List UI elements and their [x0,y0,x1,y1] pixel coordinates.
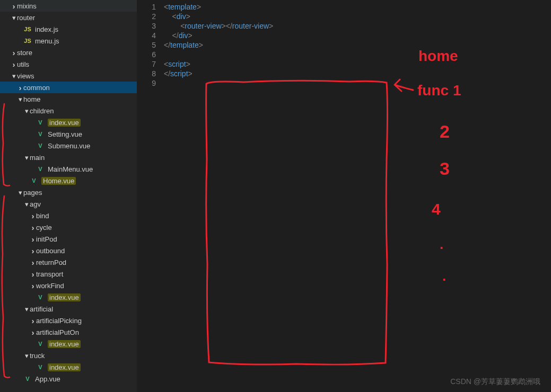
chevron-right-icon[interactable] [30,328,36,337]
tree-item-label: agv [30,200,41,208]
tree-item-index-vue[interactable]: Vindex.vue [0,338,137,350]
tree-item-label: artificial [30,305,53,313]
chevron-right-icon[interactable] [30,235,36,244]
tree-item-label: views [17,72,34,80]
tree-item-label: index.js [35,25,58,33]
vue-file-icon: V [23,375,32,383]
code-line-6[interactable] [164,50,551,59]
tree-item-app-vue[interactable]: VApp.vue [0,373,137,385]
chevron-right-icon[interactable] [30,258,36,267]
chevron-down-icon[interactable] [23,352,30,360]
tree-item-views[interactable]: views [0,70,137,82]
chevron-down-icon[interactable] [23,200,30,208]
line-number: 2 [137,12,156,21]
tree-item-label: returnPod [36,259,66,266]
tree-item-bind[interactable]: bind [0,210,137,221]
tree-item-index-vue[interactable]: Vindex.vue [0,361,137,373]
tree-item-label: Submenu.vue [48,142,90,150]
tree-item-pages[interactable]: pages [0,186,137,198]
chevron-right-icon[interactable] [30,246,36,255]
tree-item-label: workFind [36,282,64,290]
tree-item-mainmenu-vue[interactable]: VMainMenu.vue [0,163,137,175]
tree-item-submenu-vue[interactable]: VSubmenu.vue [0,140,137,152]
chevron-right-icon[interactable] [30,211,36,220]
code-line-1[interactable]: <template> [164,2,551,12]
tree-item-label: App.vue [35,375,60,383]
chevron-right-icon[interactable] [11,2,17,11]
tree-item-agv[interactable]: agv [0,198,137,210]
code-line-3[interactable]: <router-view></router-view> [164,21,551,31]
code-editor[interactable]: 123456789 <template> <div> <router-view>… [137,0,551,392]
chevron-down-icon[interactable] [23,154,30,162]
vue-file-icon: V [36,340,45,348]
tree-item-main[interactable]: main [0,152,137,163]
line-number: 5 [137,40,156,50]
chevron-down-icon[interactable] [11,72,17,80]
tree-item-children[interactable]: children [0,105,137,117]
tree-item-utils[interactable]: utils [0,58,137,70]
tree-item-index-js[interactable]: JSindex.js [0,23,137,35]
chevron-down-icon[interactable] [23,107,30,115]
tree-item-mixins[interactable]: mixins [0,0,137,12]
vue-file-icon: V [36,118,45,127]
code-line-5[interactable]: </template> [164,40,551,50]
file-explorer-sidebar[interactable]: mixinsrouterJSindex.jsJSmenu.jsstoreutil… [0,0,137,392]
tree-item-artificial[interactable]: artificial [0,303,137,315]
tree-item-label: transport [36,270,63,278]
code-line-7[interactable]: <script> [164,59,551,69]
tree-item-transport[interactable]: transport [0,268,137,280]
tree-item-menu-js[interactable]: JSmenu.js [0,35,137,47]
tree-item-router[interactable]: router [0,12,137,23]
tree-item-label: index.vue [48,119,81,127]
tree-item-label: truck [30,352,45,360]
chevron-right-icon[interactable] [30,270,36,279]
tree-item-index-vue[interactable]: Vindex.vue [0,117,137,128]
chevron-down-icon[interactable] [17,95,23,103]
vue-file-icon: V [36,130,45,138]
tree-item-store[interactable]: store [0,47,137,58]
chevron-down-icon[interactable] [17,189,23,197]
line-number: 4 [137,31,156,40]
tree-item-label: common [23,84,50,92]
chevron-right-icon[interactable] [11,60,17,69]
code-line-8[interactable]: </script> [164,69,551,78]
line-number: 9 [137,78,156,88]
tree-item-label: pages [23,189,42,197]
line-number: 8 [137,69,156,78]
js-file-icon: JS [23,37,32,45]
tree-item-label: children [30,107,54,115]
tree-item-returnpod[interactable]: returnPod [0,256,137,268]
chevron-right-icon[interactable] [17,83,23,92]
chevron-down-icon[interactable] [11,14,17,22]
chevron-right-icon[interactable] [30,223,36,232]
tree-item-workfind[interactable]: workFind [0,280,137,291]
chevron-right-icon[interactable] [30,316,36,325]
tree-item-initpod[interactable]: initPod [0,233,137,245]
code-line-4[interactable]: </div> [164,31,551,40]
vue-file-icon: V [36,293,45,301]
tree-item-home[interactable]: home [0,93,137,105]
tree-item-cycle[interactable]: cycle [0,221,137,233]
line-number: 7 [137,59,156,69]
tree-item-label: router [17,14,35,22]
tree-item-label: menu.js [35,37,59,45]
vue-file-icon: V [36,363,45,371]
tree-item-label: mixins [17,2,37,10]
tree-item-label: artificialPicking [36,317,82,325]
chevron-right-icon[interactable] [30,281,36,290]
tree-item-home-vue[interactable]: VHome.vue [0,175,137,186]
tree-item-artificialputon[interactable]: artificialPutOn [0,326,137,338]
code-line-2[interactable]: <div> [164,12,551,21]
tree-item-label: artificialPutOn [36,328,79,336]
tree-item-index-vue[interactable]: Vindex.vue [0,291,137,303]
tree-item-outbound[interactable]: outbound [0,245,137,256]
tree-item-common[interactable]: common [0,82,137,93]
code-line-9[interactable] [164,78,551,88]
tree-item-artificialpicking[interactable]: artificialPicking [0,315,137,326]
tree-item-truck[interactable]: truck [0,350,137,361]
line-number-gutter: 123456789 [137,0,164,392]
tree-item-setting-vue[interactable]: VSetting.vue [0,128,137,140]
code-content[interactable]: <template> <div> <router-view></router-v… [164,0,551,392]
chevron-right-icon[interactable] [11,48,17,57]
chevron-down-icon[interactable] [23,305,30,313]
